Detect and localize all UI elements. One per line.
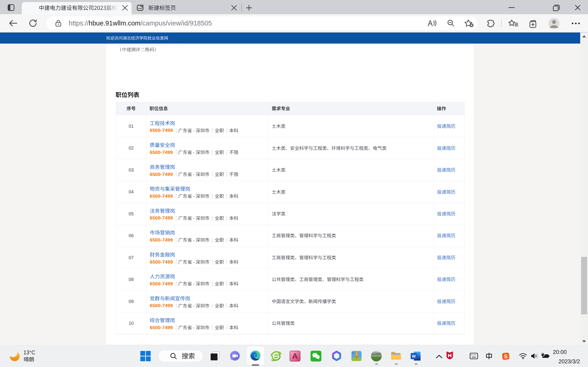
svg-text:A: A <box>292 352 298 360</box>
svg-text:W: W <box>412 354 416 359</box>
svg-text:S: S <box>504 353 508 360</box>
svg-text:360: 360 <box>353 352 355 354</box>
